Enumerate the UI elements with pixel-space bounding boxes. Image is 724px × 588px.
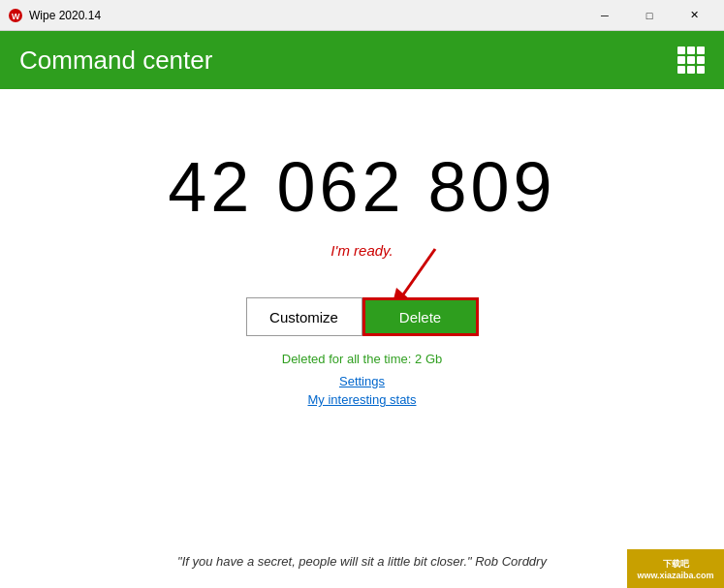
deleted-info: Deleted for all the time: 2 Gb [282,352,442,366]
svg-text:W: W [12,12,20,21]
watermark-line1: 下载吧 [663,558,689,571]
grid-dot [697,66,705,74]
svg-line-2 [401,249,435,297]
minimize-button[interactable]: ─ [582,0,627,31]
app-title: Wipe 2020.14 [29,9,101,22]
buttons-row: Customize Delete [246,297,479,336]
customize-button[interactable]: Customize [246,297,362,336]
main-content: 42 062 809 I'm ready. Customize Delete D… [0,89,724,588]
grid-dot [677,66,685,74]
stats-link[interactable]: My interesting stats [308,392,417,407]
grid-dot [677,46,685,54]
header-title: Command center [19,46,212,76]
grid-dot [687,66,695,74]
close-button[interactable]: ✕ [672,0,716,31]
maximize-button[interactable]: □ [627,0,672,31]
grid-dot [687,56,695,64]
grid-dot [697,46,705,54]
grid-icon[interactable] [677,46,705,74]
delete-button[interactable]: Delete [362,297,479,336]
title-bar: W Wipe 2020.14 ─ □ ✕ [0,0,724,31]
app-icon: W [8,8,23,23]
title-bar-left: W Wipe 2020.14 [8,8,101,23]
watermark-line2: www.xiazaiba.com [637,571,713,580]
settings-link[interactable]: Settings [339,374,385,388]
grid-dot [677,56,685,64]
watermark: 下载吧 www.xiazaiba.com [627,549,724,588]
title-bar-controls: ─ □ ✕ [582,0,716,31]
quote-text: "If you have a secret, people will sit a… [0,554,724,569]
counter-display: 42 062 809 [168,147,555,227]
grid-dot [697,56,705,64]
app-header: Command center [0,31,724,89]
grid-dot [687,46,695,54]
